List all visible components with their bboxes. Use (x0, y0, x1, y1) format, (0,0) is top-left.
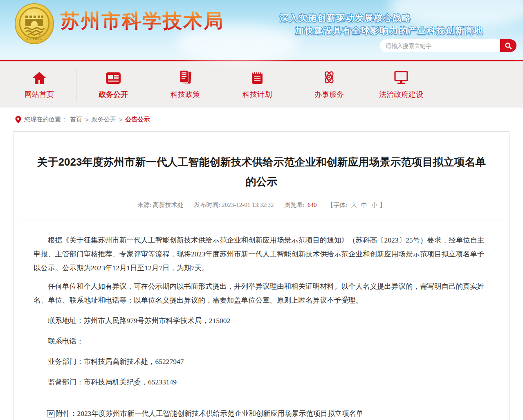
search-icon (505, 42, 512, 49)
notepad-icon (250, 70, 264, 85)
suzhou-coin-icon: su zhou (14, 2, 55, 45)
meta-publish-time: 发布时间: 2023-12-01 13:32:32 (194, 202, 274, 208)
logo-caption: su zhou (27, 37, 43, 41)
contact-supervision-dept: 监督部门：市科技局机关纪委，65233149 (34, 375, 489, 389)
meta-font-size-control: 【字体: 大中小】 (327, 202, 386, 208)
nav-label: 科技计划 (242, 90, 272, 99)
article-meta: 来源: 高新技术处 发布时间: 2023-12-01 13:32:32 浏览量:… (20, 201, 503, 209)
views-count: 640 (308, 202, 317, 208)
nav-divider (76, 68, 76, 101)
article-body: 根据《关于征集苏州市新一代人工智能创新技术供给示范企业和创新应用场景示范项目的通… (34, 233, 489, 389)
font-size-small[interactable]: 小 (371, 202, 377, 208)
main-nav: 网站首页 政务公开 科技政策 (0, 61, 523, 108)
article-container: 关于2023年度苏州市新一代人工智能创新技术供给示范企业和创新应用场景示范项目拟… (13, 131, 510, 420)
breadcrumb-current[interactable]: 公告公示 (126, 116, 150, 124)
nav-item-tech-plan[interactable]: 科技计划 (221, 70, 293, 99)
site-logo[interactable]: su zhou (14, 2, 55, 45)
breadcrumb-home[interactable]: 首页 (70, 116, 82, 124)
nav-label: 科技政策 (171, 90, 200, 99)
monitor-icon (393, 70, 409, 85)
word-doc-icon: W (47, 410, 54, 417)
meta-source: 来源: 高新技术处 (137, 202, 184, 208)
contact-business-dept: 业务部门：市科技局高新技术处，65227947 (34, 355, 489, 368)
meta-views: 浏览量: 640 (284, 202, 316, 208)
contact-phone: 联系电话： (34, 334, 489, 348)
font-size-large[interactable]: 大 (351, 202, 357, 208)
location-pin-icon (15, 116, 21, 124)
nav-label: 法治政府建设 (379, 90, 423, 99)
search-input[interactable] (380, 39, 500, 52)
contact-address: 联系地址：苏州市人民路979号苏州市科学技术局，215002 (34, 314, 489, 328)
nav-item-home[interactable]: 网站首页 (3, 70, 75, 99)
search-button[interactable] (500, 39, 516, 52)
breadcrumb-gov-info[interactable]: 政务公开 (92, 116, 116, 124)
attachment-link[interactable]: 2023年度苏州市新一代人工智能创新技术供给示范企业和创新应用场景示范项目拟立项… (77, 409, 364, 418)
nav-item-services[interactable]: 办事服务 (293, 70, 365, 99)
slogan-line-1: 深入实施创新驱动发展核心战略 (280, 12, 411, 24)
nav-item-tech-policy[interactable]: 科技政策 (149, 70, 221, 99)
site-header: su zhou 苏州市科学技术局 深入实施创新驱动发展核心战略 加快建设具有全球… (0, 0, 523, 61)
paragraph-objection: 任何单位和个人如有异议，可在公示期内以书面形式提出，并列举异议理由和相关证明材料… (34, 279, 489, 307)
breadcrumb-separator: > (85, 116, 89, 123)
breadcrumb: 您现在的位置： 首页 > 政务公开 > 公告公示 (0, 110, 523, 129)
home-icon (32, 70, 47, 85)
nav-label: 政务公开 (99, 90, 128, 99)
breadcrumb-separator: > (119, 116, 123, 123)
article-meta-wrap: 来源: 高新技术处 发布时间: 2023-12-01 13:32:32 浏览量:… (20, 201, 503, 220)
site-search (380, 39, 516, 52)
breadcrumb-prefix: 您现在的位置： (24, 116, 67, 124)
attachment-label: 附件： (56, 409, 77, 418)
site-title: 苏州市科学技术局 (61, 8, 224, 34)
attachment-row: W 附件： 2023年度苏州市新一代人工智能创新技术供给示范企业和创新应用场景示… (34, 409, 489, 418)
atom-icon (321, 70, 337, 85)
policy-doc-icon (178, 70, 192, 85)
newspaper-icon (105, 70, 121, 85)
nav-label: 办事服务 (314, 90, 344, 99)
nav-item-law-gov[interactable]: 法治政府建设 (365, 70, 437, 99)
nav-label: 网站首页 (25, 90, 54, 99)
article-title: 关于2023年度苏州市新一代人工智能创新技术供给示范企业和创新应用场景示范项目拟… (34, 152, 489, 191)
paragraph-basis: 根据《关于征集苏州市新一代人工智能创新技术供给示范企业和创新应用场景示范项目的通… (34, 233, 489, 275)
nav-item-gov-info[interactable]: 政务公开 (77, 70, 149, 99)
font-size-medium[interactable]: 中 (361, 202, 367, 208)
slogan-line-2: 加快建设具有全球影响力的产业科技创新高地 (295, 25, 483, 36)
